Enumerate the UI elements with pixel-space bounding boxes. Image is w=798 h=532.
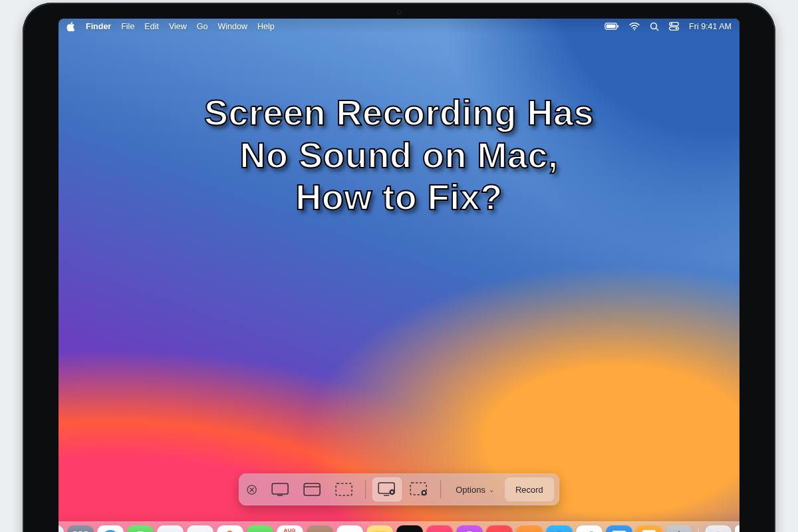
dock-calendar-icon[interactable]: AUG 7 [277,525,303,532]
menubar-item-window[interactable]: Window [217,22,247,31]
calendar-month: AUG [277,527,303,532]
screenshot-toolbar: Options ⌄ Record [239,473,559,505]
capture-window-button[interactable] [297,477,327,501]
dock-finder-icon[interactable] [59,525,64,532]
dock-reminders-icon[interactable] [336,525,363,532]
dock-facetime-icon[interactable] [247,525,273,532]
dock-trash-icon[interactable] [735,525,740,532]
screenshot-close-button[interactable] [244,482,259,497]
svg-point-4 [651,23,657,29]
dock-safari-icon[interactable] [97,525,124,532]
dock-contacts-icon[interactable] [307,525,333,532]
dock-photos-icon[interactable] [217,525,243,532]
dock-launchpad-icon[interactable] [67,525,94,532]
toolbar-separator [365,480,366,499]
dock: AUG 7 tv [59,521,739,532]
apple-menu-icon[interactable] [66,22,76,31]
menubar-item-go[interactable]: Go [197,22,208,31]
menubar-clock[interactable]: Fri 9:41 AM [689,22,732,31]
svg-rect-11 [272,483,288,494]
battery-icon[interactable] [604,23,619,30]
dock-messages-icon[interactable] [127,525,154,532]
dock-news-icon[interactable]: N [486,525,513,532]
toolbar-separator [440,480,441,499]
dock-pages-icon[interactable] [636,525,662,532]
menubar-item-help[interactable]: Help [257,22,275,31]
dock-mail-icon[interactable] [157,525,184,532]
wifi-icon[interactable] [629,23,640,31]
dock-system-preferences-icon[interactable] [666,525,692,532]
screenshot-options-button[interactable]: Options ⌄ [448,477,502,501]
chevron-down-icon: ⌄ [489,486,494,493]
dock-books-icon[interactable] [516,525,543,532]
screen: Finder File Edit View Go Window Help [59,19,739,532]
dock-podcasts-icon[interactable] [456,525,483,532]
dock-music-icon[interactable] [426,525,453,532]
record-label: Record [515,485,543,495]
record-entire-screen-button[interactable] [372,477,402,501]
svg-rect-2 [617,25,618,28]
spotlight-icon[interactable] [650,22,659,31]
options-label: Options [456,485,485,495]
capture-entire-screen-button[interactable] [265,477,295,501]
svg-point-3 [634,29,635,30]
svg-point-19 [391,491,394,493]
dock-tv-icon[interactable]: tv [396,525,423,532]
menubar-app-name[interactable]: Finder [86,22,111,31]
svg-line-5 [656,28,659,31]
screenshot-record-button[interactable]: Record [505,477,554,501]
menubar: Finder File Edit View Go Window Help [59,19,739,34]
svg-rect-15 [336,483,352,495]
svg-point-9 [676,27,678,29]
menubar-item-edit[interactable]: Edit [144,22,159,31]
headline-overlay: Screen Recording Has No Sound on Mac, Ho… [59,92,739,219]
svg-point-22 [423,491,426,494]
dock-separator [698,528,699,532]
menubar-item-view[interactable]: View [169,22,187,31]
capture-selection-button[interactable] [329,477,358,501]
dock-downloads-icon[interactable] [705,525,732,532]
control-center-icon[interactable] [669,22,679,31]
svg-point-8 [671,23,673,25]
dock-notes-icon[interactable] [366,525,393,532]
svg-rect-13 [304,483,320,495]
dock-numbers-icon[interactable] [576,525,602,532]
camera-dot [397,10,402,15]
laptop-frame: Finder File Edit View Go Window Help [0,0,798,532]
svg-rect-1 [606,25,616,29]
record-selection-button[interactable] [404,477,434,501]
menubar-item-file[interactable]: File [121,22,134,31]
dock-appstore-icon[interactable] [546,525,573,532]
dock-keynote-icon[interactable] [606,525,632,532]
dock-maps-icon[interactable] [187,525,213,532]
laptop-bezel: Finder File Edit View Go Window Help [23,3,775,532]
dock-container: AUG 7 tv [59,521,739,532]
